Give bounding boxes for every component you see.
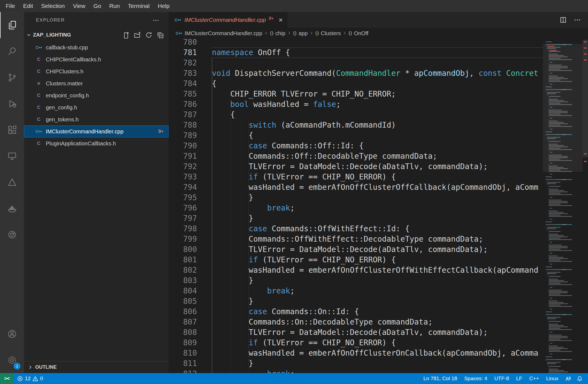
menu-item-selection[interactable]: Selection bbox=[37, 0, 69, 12]
activity-bar-item-sync[interactable] bbox=[0, 221, 24, 248]
scrollbar-thumb[interactable] bbox=[583, 40, 588, 157]
code-line[interactable]: 785 CHIP_ERROR TLVError = CHIP_NO_ERROR; bbox=[169, 89, 543, 99]
refresh-icon[interactable] bbox=[145, 32, 152, 38]
status-indentation[interactable]: Spaces: 4 bbox=[461, 376, 491, 382]
editor-group: C++ IMClusterCommandHandler.cpp 9+ × C++… bbox=[169, 12, 588, 373]
collapse-all-icon[interactable] bbox=[157, 32, 164, 38]
new-file-icon[interactable] bbox=[122, 32, 129, 38]
code-line[interactable]: 800 TLVError = DataModel::Decode(aDataTl… bbox=[169, 244, 543, 255]
code-line[interactable]: 793 if (TLVError == CHIP_NO_ERROR) { bbox=[169, 172, 543, 182]
breadcrumb-item[interactable]: C++IMClusterCommandHandler.cpp bbox=[175, 30, 262, 37]
status-encoding[interactable]: UTF-8 bbox=[491, 376, 513, 382]
code-line[interactable]: 790 case Commands::Off::Id: { bbox=[169, 141, 543, 151]
code-line[interactable]: 789 { bbox=[169, 130, 543, 141]
file-item[interactable]: CCHIPClusters.h bbox=[24, 65, 169, 77]
file-item[interactable]: C++callback-stub.cpp bbox=[24, 41, 169, 53]
code-line[interactable]: 802 wasHandled = emberAfOnOffClusterOffW… bbox=[169, 265, 543, 275]
code-line[interactable]: 786 bool wasHandled = false; bbox=[169, 99, 543, 110]
menu-item-go[interactable]: Go bbox=[89, 0, 105, 12]
code-line[interactable]: 797 } bbox=[169, 213, 543, 224]
outline-section-header[interactable]: OUTLINE bbox=[24, 361, 169, 373]
activity-bar-item-cmake[interactable] bbox=[0, 169, 24, 195]
tab-imclustercommandhandler[interactable]: C++ IMClusterCommandHandler.cpp 9+ × bbox=[169, 12, 287, 28]
breadcrumb-separator-icon: › bbox=[344, 29, 346, 37]
activity-bar-item-settings[interactable]: 1 bbox=[0, 347, 24, 373]
code-line[interactable]: 795 } bbox=[169, 193, 543, 203]
code-line[interactable]: 794 wasHandled = emberAfOnOffClusterOffC… bbox=[169, 182, 543, 193]
code-editor[interactable]: 780781namespace OnOff {782783void Dispat… bbox=[169, 39, 543, 373]
minimap[interactable] bbox=[543, 39, 583, 373]
file-name: gen_config.h bbox=[46, 104, 77, 111]
file-item[interactable]: ≡Clusters.matter bbox=[24, 77, 169, 89]
status-language-mode[interactable]: C++ bbox=[526, 376, 543, 382]
code-line[interactable]: 798 case Commands::OffWithEffect::Id: { bbox=[169, 224, 543, 234]
code-line[interactable]: 804 break; bbox=[169, 286, 543, 296]
activity-bar-item-remote-explorer[interactable] bbox=[0, 143, 24, 169]
minimap-slider[interactable] bbox=[543, 44, 583, 172]
code-line[interactable]: 799 Commands::OffWithEffect::DecodableTy… bbox=[169, 234, 543, 244]
code-line[interactable]: 780 bbox=[169, 39, 543, 47]
code-line[interactable]: 810 wasHandled = emberAfOnOffClusterOnCa… bbox=[169, 348, 543, 358]
code-line[interactable]: 787 { bbox=[169, 110, 543, 120]
activity-bar-item-explorer[interactable] bbox=[0, 12, 24, 38]
status-eol[interactable]: LF bbox=[512, 376, 526, 382]
menu-item-terminal[interactable]: Terminal bbox=[124, 0, 154, 12]
problems-status[interactable]: 12 0 bbox=[14, 373, 47, 384]
notifications-bell-icon[interactable] bbox=[574, 373, 588, 384]
editor-more-actions-icon[interactable] bbox=[574, 16, 581, 23]
line-number: 782 bbox=[169, 58, 201, 68]
breadcrumb-item[interactable]: {}app bbox=[293, 30, 308, 37]
scrollbar[interactable] bbox=[583, 39, 588, 373]
file-item[interactable]: Cgen_tokens.h bbox=[24, 113, 169, 125]
code-line[interactable]: 796 break; bbox=[169, 203, 543, 213]
activity-bar-item-extensions[interactable] bbox=[0, 117, 24, 143]
file-item[interactable]: C++IMClusterCommandHandler.cpp9+ bbox=[24, 125, 169, 137]
code-line[interactable]: 808 TLVError = DataModel::Decode(aDataTl… bbox=[169, 327, 543, 338]
code-line[interactable]: 811 } bbox=[169, 358, 543, 369]
file-item[interactable]: Cendpoint_config.h bbox=[24, 89, 169, 101]
breadcrumb-item[interactable]: {}Clusters bbox=[315, 30, 341, 37]
code-line[interactable]: 792 TLVError = DataModel::Decode(aDataTl… bbox=[169, 161, 543, 172]
code-line[interactable]: 806 case Commands::On::Id: { bbox=[169, 307, 543, 317]
menu-item-help[interactable]: Help bbox=[154, 0, 173, 12]
code-line[interactable]: 781namespace OnOff { bbox=[169, 47, 543, 58]
status-bar-right: Ln 781, Col 18Spaces: 4UTF-8LFC++Linux bbox=[420, 373, 562, 384]
folder-section-header[interactable]: ZAP_LIGHTING bbox=[24, 28, 169, 41]
menu-item-edit[interactable]: Edit bbox=[19, 0, 37, 12]
breadcrumb-item[interactable]: {}OnOff bbox=[349, 30, 368, 37]
status-cursor-position[interactable]: Ln 781, Col 18 bbox=[420, 376, 461, 382]
person-broadcast-icon[interactable] bbox=[562, 373, 574, 384]
code-line[interactable]: 783void DispatchServerCommand(CommandHan… bbox=[169, 68, 543, 79]
code-line[interactable]: 805 } bbox=[169, 296, 543, 307]
code-line[interactable]: 791 Commands::Off::DecodableType command… bbox=[169, 151, 543, 161]
activity-bar-item-docker[interactable] bbox=[0, 195, 24, 221]
new-folder-icon[interactable] bbox=[134, 32, 141, 38]
close-icon[interactable]: × bbox=[278, 16, 283, 23]
activity-bar-item-search[interactable] bbox=[0, 38, 24, 64]
menu-item-view[interactable]: View bbox=[69, 0, 89, 12]
menu-item-run[interactable]: Run bbox=[105, 0, 124, 12]
code-line[interactable]: 807 Commands::On::DecodableType commandD… bbox=[169, 317, 543, 327]
status-remote-os[interactable]: Linux bbox=[543, 376, 562, 382]
code-line[interactable]: 784{ bbox=[169, 79, 543, 89]
code-line[interactable]: 782 bbox=[169, 58, 543, 68]
code-line[interactable]: 803 } bbox=[169, 275, 543, 286]
breadcrumb-item[interactable]: {}chip bbox=[270, 30, 286, 37]
remote-indicator[interactable]: >< bbox=[0, 373, 14, 384]
file-item[interactable]: Cgen_config.h bbox=[24, 101, 169, 113]
more-actions-icon[interactable] bbox=[152, 17, 159, 24]
file-item[interactable]: CPluginApplicationCallbacks.h bbox=[24, 137, 169, 149]
sidebar-title: EXPLORER bbox=[36, 17, 65, 23]
file-item[interactable]: CCHIPClientCallbacks.h bbox=[24, 53, 169, 65]
split-editor-icon[interactable] bbox=[560, 16, 567, 23]
menu-item-file[interactable]: File bbox=[2, 0, 19, 12]
code-line[interactable]: 801 if (TLVError == CHIP_NO_ERROR) { bbox=[169, 255, 543, 265]
code-line[interactable]: 788 switch (aCommandPath.mCommandId) bbox=[169, 120, 543, 130]
activity-bar-item-source-control[interactable] bbox=[0, 64, 24, 91]
code-line[interactable]: 809 if (TLVError == CHIP_NO_ERROR) { bbox=[169, 338, 543, 348]
activity-bar-item-account[interactable] bbox=[0, 321, 24, 347]
remote-explorer-icon bbox=[7, 151, 17, 161]
activity-bar-item-run-debug[interactable] bbox=[0, 91, 24, 117]
code-line[interactable]: 812 break; bbox=[169, 369, 543, 373]
warning-icon bbox=[32, 376, 38, 382]
